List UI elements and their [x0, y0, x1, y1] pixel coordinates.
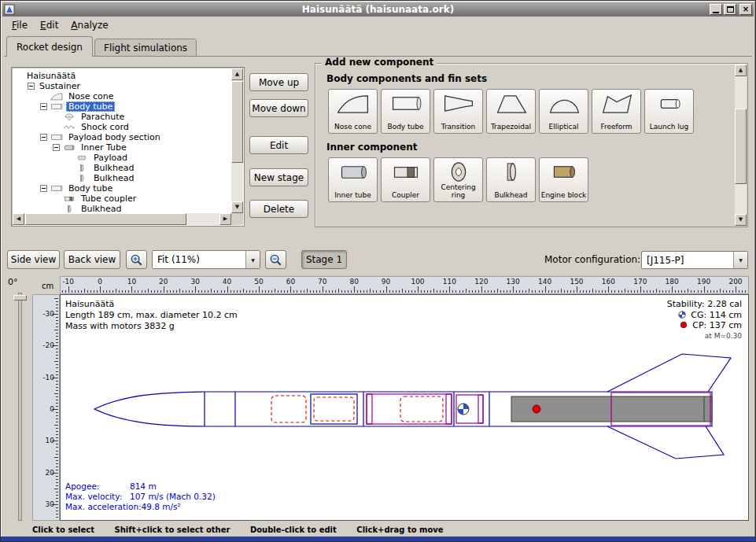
- palette-button-label: Engine block: [541, 192, 587, 200]
- tree-expander-icon[interactable]: [40, 103, 47, 110]
- zoom-in-button[interactable]: [126, 250, 147, 269]
- add-transition-button[interactable]: Transition: [433, 89, 483, 134]
- add-engine-block-button[interactable]: Engine block: [539, 157, 588, 202]
- scroll-right-icon[interactable]: ▶: [219, 213, 231, 225]
- new-stage-button[interactable]: New stage: [249, 168, 308, 186]
- body-tube-icon: [50, 133, 64, 142]
- shock-cord-icon: [62, 123, 76, 131]
- move-up-button[interactable]: Move up: [249, 73, 308, 91]
- palette-button-label: Coupler: [392, 192, 419, 200]
- palette-button-label: Launch lug: [650, 124, 688, 131]
- menu-edit[interactable]: Edit: [34, 17, 65, 33]
- add-bulkhead-button[interactable]: Bulkhead: [486, 157, 536, 202]
- palette-button-label: Transition: [441, 124, 476, 131]
- tree-hscroll-thumb[interactable]: [25, 213, 186, 225]
- tree-expander-icon[interactable]: [40, 185, 47, 192]
- add-launch-lug-button[interactable]: Launch lug: [644, 89, 694, 134]
- motor-configuration-select[interactable]: [J115-P] ▼: [641, 251, 748, 269]
- add-inner-tube-button[interactable]: Inner tube: [328, 157, 378, 202]
- add-nose-cone-button[interactable]: Nose cone: [328, 89, 378, 134]
- edit-button[interactable]: Edit: [249, 136, 308, 154]
- tree-item-payload-body-section[interactable]: Payload body section: [15, 132, 231, 142]
- minimize-icon[interactable]: [710, 4, 722, 15]
- h-ruler-label: 20: [159, 278, 168, 286]
- palette-row: Nose coneBody tubeTransitionTrapezoidalE…: [328, 89, 731, 134]
- tree-item-parachute[interactable]: Parachute: [15, 112, 231, 122]
- side-view-button[interactable]: Side view: [7, 250, 60, 269]
- h-ruler-label: 10: [127, 278, 136, 286]
- cp-value: CP: 137 cm: [667, 320, 742, 331]
- add-centering-ring-button[interactable]: Centering ring: [433, 157, 483, 202]
- tree-item-label: Bulkhead: [79, 204, 124, 213]
- scroll-left-icon[interactable]: ◀: [13, 213, 24, 225]
- tree-horizontal-scrollbar[interactable]: ◀ ▶: [13, 213, 231, 225]
- tree-item-body-tube[interactable]: Body tube: [15, 101, 231, 112]
- rotation-slider-handle[interactable]: [13, 295, 27, 300]
- tree-vertical-scrollbar[interactable]: ▲ ▼: [231, 68, 243, 213]
- tree-expander-icon[interactable]: [28, 83, 35, 90]
- back-view-button[interactable]: Back view: [64, 250, 120, 269]
- chevron-down-icon[interactable]: ▼: [733, 252, 747, 268]
- tree-item-bulkhead[interactable]: Bulkhead: [15, 173, 231, 183]
- zoom-out-button[interactable]: [265, 250, 286, 269]
- add-body-tube-button[interactable]: Body tube: [381, 89, 430, 134]
- maximize-icon[interactable]: [724, 4, 736, 15]
- tree-expander-icon[interactable]: [40, 134, 47, 141]
- tree-item-bulkhead[interactable]: Bulkhead: [15, 204, 231, 213]
- menu-analyze[interactable]: Analyze: [65, 17, 114, 33]
- tree-item-nose-cone[interactable]: Nose cone: [15, 91, 231, 101]
- palette-vscroll-thumb[interactable]: [735, 109, 747, 184]
- palette-button-label: Nose cone: [334, 124, 371, 131]
- add-elliptical-button[interactable]: Elliptical: [539, 89, 588, 134]
- scroll-down-icon[interactable]: ▼: [231, 201, 243, 213]
- stage-1-toggle[interactable]: Stage 1: [301, 250, 347, 269]
- scroll-up-icon[interactable]: ▲: [231, 68, 243, 80]
- tree-item-haisun-t[interactable]: Haisunäätä: [15, 71, 231, 81]
- chevron-down-icon[interactable]: ▼: [245, 251, 260, 268]
- tree-item-inner-tube[interactable]: Inner Tube: [15, 142, 231, 153]
- elliptical-fin-icon: [547, 92, 581, 115]
- tree-item-sustainer[interactable]: Sustainer: [15, 81, 231, 91]
- cg-marker: [458, 404, 469, 415]
- add-freeform-button[interactable]: Freeform: [592, 89, 641, 134]
- h-ruler-label: 180: [666, 278, 679, 286]
- tab-flight-simulations[interactable]: Flight simulations: [94, 39, 197, 57]
- menu-file[interactable]: File: [6, 17, 34, 33]
- rocket-figure-canvas[interactable]: Haisunäätä Length 189 cm, max. diameter …: [60, 294, 749, 521]
- payload-outline: [400, 396, 443, 422]
- tree-item-shock-cord[interactable]: Shock cord: [15, 122, 231, 132]
- move-down-button[interactable]: Move down: [249, 99, 308, 117]
- fin-top-outline: [607, 354, 731, 392]
- trapezoidal-fin-icon: [494, 92, 529, 115]
- add-coupler-button[interactable]: Coupler: [381, 157, 430, 202]
- close-icon[interactable]: ×: [739, 4, 752, 15]
- tab-rocket-design[interactable]: Rocket design: [6, 36, 93, 57]
- flight-summary: Apogee:814 m Max. velocity:107 m/s (Mach…: [65, 481, 216, 512]
- tree-expander-icon[interactable]: [53, 144, 60, 151]
- stability-value: Stability: 2.28 cal: [667, 299, 742, 310]
- v-ruler-label: -30: [42, 309, 54, 317]
- h-ruler-label: 120: [474, 278, 488, 286]
- apogee-row: Apogee:814 m: [65, 481, 216, 492]
- menu-bar: File Edit Analyze: [2, 17, 754, 34]
- zoom-level-select[interactable]: Fit (11%) ▼: [152, 250, 260, 269]
- scroll-up-icon[interactable]: ▲: [735, 65, 747, 76]
- component-tree: HaisunäätäSustainerNose coneBody tubePar…: [13, 68, 231, 213]
- tree-vscroll-thumb[interactable]: [231, 81, 243, 163]
- tree-item-bulkhead[interactable]: Bulkhead: [15, 163, 231, 173]
- v-ruler-label: 0: [50, 405, 54, 413]
- scroll-down-icon[interactable]: ▼: [735, 214, 747, 226]
- palette-vertical-scrollbar[interactable]: ▲ ▼: [735, 65, 747, 226]
- tree-item-body-tube[interactable]: Body tube: [15, 183, 231, 194]
- tree-item-tube-coupler[interactable]: Tube coupler: [15, 194, 231, 204]
- coupler-icon: [62, 194, 76, 203]
- payload-icon: [75, 153, 89, 162]
- hint-click-drag: Click+drag to move: [356, 525, 443, 534]
- add-trapezoidal-button[interactable]: Trapezoidal: [486, 89, 536, 134]
- rotation-slider[interactable]: [18, 293, 22, 521]
- hint-double-click: Double-click to edit: [250, 525, 337, 534]
- palette-button-label: Body tube: [387, 124, 423, 131]
- tree-item-payload[interactable]: Payload: [15, 153, 231, 163]
- delete-button[interactable]: Delete: [249, 200, 308, 218]
- app-icon[interactable]: [4, 4, 15, 15]
